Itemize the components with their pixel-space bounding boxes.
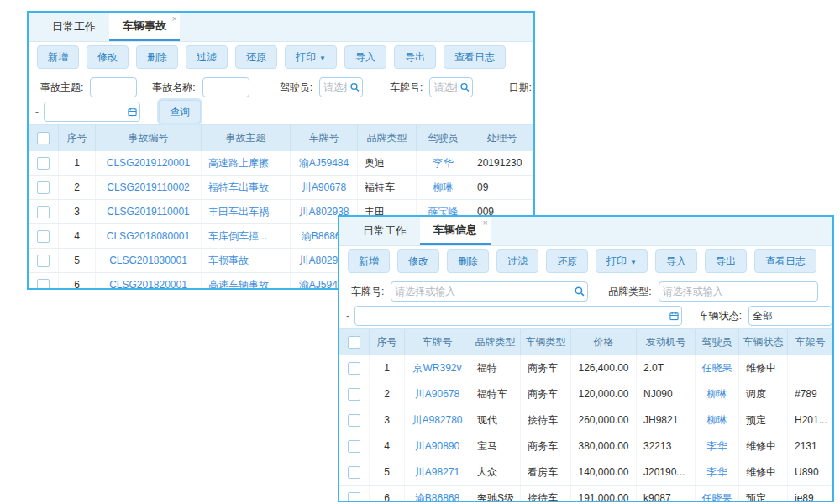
driver-select[interactable] — [319, 77, 363, 97]
accident-subject-input[interactable] — [90, 77, 137, 97]
cell-accident-subject[interactable]: 车损事故 — [202, 249, 291, 272]
cell-price: 140,000.00 — [571, 459, 637, 485]
cell-accident-subject[interactable]: 车库倒车撞... — [202, 224, 291, 248]
row-checkbox[interactable] — [37, 230, 50, 243]
calendar-icon[interactable] — [128, 108, 137, 117]
table-row[interactable]: 6 渝B86868 奔驰S级 接待车 191,000.00 k9087 任晓果 … — [339, 486, 832, 502]
vehicle-status-select[interactable]: 全部 — [748, 306, 832, 326]
print-button[interactable]: 打印▼ — [285, 45, 337, 69]
link-driver[interactable]: 李华 — [696, 459, 739, 485]
restore-button[interactable]: 还原 — [235, 45, 277, 69]
delete-button[interactable]: 删除 — [447, 249, 489, 273]
row-checkbox[interactable] — [348, 362, 360, 375]
table-row[interactable]: 1 京WR392v 福特 商务车 126,400.00 2.0T 任晓果 维修中 — [339, 355, 832, 381]
plate-select[interactable] — [391, 281, 588, 302]
vehicles-table-header: 序号 车牌号 品牌类型 车辆类型 价格 发动机号 驾驶员 车辆状态 车架号 — [339, 328, 832, 355]
cell-serial: 6 — [59, 273, 96, 290]
link-accident-code[interactable]: CLSG2019120001 — [96, 151, 202, 175]
edit-button[interactable]: 修改 — [397, 249, 439, 273]
date-end-picker[interactable] — [354, 306, 682, 326]
row-checkbox[interactable] — [37, 181, 50, 194]
link-driver[interactable]: 任晓果 — [696, 355, 739, 381]
search-icon[interactable] — [575, 286, 585, 297]
delete-button[interactable]: 删除 — [136, 45, 178, 69]
row-checkbox[interactable] — [348, 388, 360, 401]
link-driver[interactable]: 李华 — [696, 433, 739, 459]
row-checkbox[interactable] — [348, 414, 360, 427]
select-all-checkbox[interactable] — [348, 336, 360, 349]
view-log-button[interactable]: 查看日志 — [444, 45, 506, 69]
link-accident-code[interactable]: CLSG2019110001 — [96, 200, 202, 223]
select-all-checkbox[interactable] — [37, 132, 50, 144]
restore-button[interactable]: 还原 — [546, 249, 588, 273]
calendar-icon[interactable] — [669, 312, 679, 321]
table-row[interactable]: 4 川A90890 宝马 商务车 380,000.00 32213 李华 维修中… — [339, 433, 832, 459]
view-log-button[interactable]: 查看日志 — [754, 249, 816, 273]
brand-select-input[interactable] — [659, 281, 818, 302]
vehicles-filter-row-1: 车牌号: 品牌类型: — [339, 280, 832, 303]
row-checkbox[interactable] — [37, 157, 50, 170]
row-checkbox[interactable] — [37, 206, 50, 218]
query-button[interactable]: 查询 — [159, 100, 201, 123]
link-accident-code[interactable]: CLSG2019110002 — [96, 176, 202, 199]
table-row[interactable]: 2 CLSG2019110002 福特车出事故 川A90678 福特车 柳琳 0… — [29, 176, 533, 200]
row-checkbox[interactable] — [348, 440, 360, 453]
link-driver[interactable]: 柳琳 — [696, 407, 739, 433]
link-accident-code[interactable]: CLSG201830001 — [96, 249, 202, 272]
cell-accident-subject[interactable]: 高速路上摩擦 — [202, 151, 291, 175]
cell-accident-subject[interactable]: 福特车出事故 — [202, 176, 291, 199]
edit-button[interactable]: 修改 — [87, 45, 129, 69]
link-plate[interactable]: 渝B86868 — [405, 486, 470, 502]
col-driver: 驾驶员 — [417, 125, 470, 151]
link-plate[interactable]: 川A90678 — [405, 381, 470, 407]
tab-vehicle-info[interactable]: 车辆信息 × — [420, 217, 491, 245]
row-checkbox[interactable] — [37, 279, 50, 291]
date-end-input[interactable] — [354, 306, 682, 326]
link-plate[interactable]: 京WR392v — [405, 355, 470, 381]
link-plate[interactable]: 川A982780 — [405, 407, 470, 433]
import-button[interactable]: 导入 — [655, 249, 697, 273]
table-row[interactable]: 5 川A98271 大众 看房车 140,000.00 J20190... 李华… — [339, 459, 832, 486]
row-checkbox[interactable] — [348, 492, 360, 503]
link-plate[interactable]: 川A90678 — [291, 176, 358, 199]
export-button[interactable]: 导出 — [394, 45, 436, 69]
link-accident-code[interactable]: CLSG201820001 — [96, 273, 202, 290]
accident-subject-label: 事故主题: — [40, 81, 83, 95]
accident-name-input[interactable] — [202, 77, 249, 97]
tab-vehicle-accidents[interactable]: 车辆事故 × — [109, 13, 180, 41]
search-icon[interactable] — [350, 83, 360, 92]
cell-status: 维修中 — [739, 459, 788, 485]
link-driver[interactable]: 任晓果 — [696, 486, 739, 502]
export-button[interactable]: 导出 — [705, 249, 747, 273]
link-driver[interactable]: 李华 — [417, 151, 470, 175]
plate-select[interactable] — [429, 77, 473, 97]
row-checkbox[interactable] — [37, 255, 50, 267]
add-button[interactable]: 新增 — [348, 249, 390, 273]
filter-button[interactable]: 过滤 — [186, 45, 228, 69]
link-plate[interactable]: 川A98271 — [405, 459, 470, 485]
table-row[interactable]: 3 川A982780 现代 接待车 260,000.00 JH9821 柳琳 预… — [339, 407, 832, 433]
link-driver[interactable]: 柳琳 — [696, 381, 739, 407]
filter-button[interactable]: 过滤 — [496, 249, 538, 273]
link-plate[interactable]: 川A90890 — [405, 433, 470, 459]
link-plate[interactable]: 渝AJ59484 — [291, 151, 358, 175]
date-end-picker[interactable] — [44, 102, 140, 122]
cell-accident-subject[interactable]: 丰田车出车祸 — [202, 200, 291, 223]
plate-select-input[interactable] — [391, 281, 588, 302]
import-button[interactable]: 导入 — [344, 45, 386, 69]
table-row[interactable]: 1 CLSG2019120001 高速路上摩擦 渝AJ59484 奥迪 李华 2… — [29, 151, 533, 176]
print-button[interactable]: 打印▼ — [596, 249, 648, 273]
close-icon[interactable]: × — [483, 218, 488, 228]
table-row[interactable]: 2 川A90678 福特车 商务车 120,000.00 NJ090 柳琳 调度… — [339, 381, 832, 407]
tab-daily-work[interactable]: 日常工作 — [349, 217, 420, 245]
add-button[interactable]: 新增 — [37, 45, 79, 69]
cell-accident-subject[interactable]: 高速车辆事故 — [202, 273, 291, 290]
search-icon[interactable] — [460, 83, 470, 92]
row-checkbox[interactable] — [348, 466, 360, 479]
tab-daily-work[interactable]: 日常工作 — [39, 13, 109, 41]
chevron-down-icon: ▼ — [630, 259, 637, 266]
link-accident-code[interactable]: CLSG2018080001 — [96, 224, 202, 248]
date-end-input[interactable] — [44, 102, 140, 122]
close-icon[interactable]: × — [172, 14, 177, 24]
link-driver[interactable]: 柳琳 — [417, 176, 470, 199]
